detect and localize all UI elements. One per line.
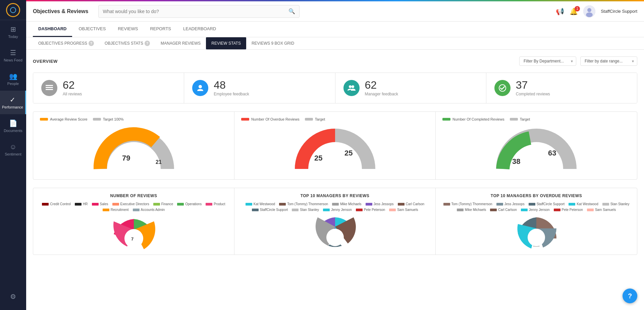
top10-reviews-legend: Kat Westwood Tom (Tommy) Thommerson Mike… — [241, 202, 429, 212]
charts-row: Average Review Score Target 100% — [33, 112, 637, 180]
help-float-button[interactable]: ? — [623, 289, 637, 303]
page-title: Objectives & Reviews — [33, 8, 88, 14]
chart-overdue-reviews: Number Of Overdue Reviews Target 25 — [234, 112, 436, 179]
svg-text:79: 79 — [122, 154, 130, 162]
panel-top10-reviews-title: TOP 10 MANAGERS BY REVIEWS — [241, 193, 429, 198]
legend-operations: Operations — [177, 202, 202, 206]
tab-reviews[interactable]: REVIEWS — [112, 21, 143, 37]
sidebar-item-sentiment[interactable]: ☺ Sentiment — [0, 138, 26, 161]
tab-reports[interactable]: REPORTS — [145, 21, 176, 37]
chart-legend-completed: Number Of Completed Reviews Target — [442, 117, 530, 121]
stat-completed-reviews: 37 Completed reviews — [486, 73, 637, 103]
legend-sales: Sales — [92, 202, 108, 206]
newsfeed-icon: ☰ — [10, 49, 16, 57]
sidebar-item-label: People — [7, 82, 19, 86]
manager-feedback-label: Manager feedback — [365, 92, 398, 96]
semichart-overdue: 25 25 — [295, 125, 375, 174]
documents-icon: 📄 — [9, 119, 17, 127]
panel-top10-reviews: TOP 10 MANAGERS BY REVIEWS Kat Westwood … — [234, 188, 436, 255]
sidebar-item-label: News Feed — [4, 58, 22, 62]
notification-badge: 1 — [575, 6, 580, 11]
date-filter[interactable]: Filter by date range... — [580, 56, 637, 66]
svg-point-19 — [528, 229, 545, 246]
legend-accounts-admin: Accounts Admin — [133, 208, 165, 212]
chart-legend-overdue: Number Of Overdue Reviews Target — [241, 117, 325, 121]
sidebar-item-newsfeed[interactable]: ☰ News Feed — [0, 44, 26, 67]
tab-manager-reviews[interactable]: MANAGER REVIEWS — [155, 37, 206, 49]
chart-avg-review-score: Average Review Score Target 100% — [33, 112, 234, 179]
tab-objectives[interactable]: OBJECTIVES — [73, 21, 111, 37]
svg-text:25: 25 — [344, 149, 353, 157]
tab-obj-progress[interactable]: OBJECTIVES PROGRESS ? — [33, 37, 99, 49]
pie-num-reviews: 7 — [40, 216, 227, 249]
completed-reviews-icon — [494, 80, 511, 96]
all-reviews-number: 62 — [63, 80, 82, 90]
sidebar-item-label: Sentiment — [5, 152, 21, 156]
panel-num-reviews: NUMBER OF REVIEWS Credit Control HR S — [33, 188, 234, 255]
panel-top10-overdue: TOP 10 MANAGERS BY OVERDUE REVIEWS Tom (… — [436, 188, 637, 255]
legend-exec-dir: Executive Directors — [112, 202, 149, 206]
completed-reviews-number: 37 — [516, 80, 550, 90]
employee-feedback-label: Employee feedback — [214, 92, 249, 96]
sidebar-item-label: Today — [8, 35, 18, 39]
bottom-charts: NUMBER OF REVIEWS Credit Control HR S — [33, 188, 637, 255]
overview-section: OVERVIEW Filter By Department... Filter … — [26, 50, 644, 262]
notification-bell-icon[interactable]: 🔔 1 — [570, 7, 578, 15]
sidebar-item-documents[interactable]: 📄 Documents — [0, 114, 26, 138]
logo-inner — [10, 7, 16, 13]
search-box[interactable]: 🔍 — [98, 5, 300, 18]
dept-filter[interactable]: Filter By Department... — [519, 56, 576, 66]
svg-text:7: 7 — [131, 236, 133, 241]
announcement-icon[interactable]: 📢 — [556, 7, 564, 15]
search-input[interactable] — [103, 9, 288, 14]
tab-leaderboard[interactable]: LEADERBOARD — [178, 21, 221, 37]
pie-top10-overdue — [442, 216, 630, 249]
sidebar-item-today[interactable]: ⊞ Today — [0, 20, 26, 44]
legend-dot-gray — [93, 118, 101, 121]
top10-overdue-legend: Tom (Tommy) Thommerson Jess Jessops Staf… — [442, 202, 630, 212]
svg-point-7 — [349, 85, 352, 88]
svg-point-6 — [199, 85, 202, 88]
sidebar-item-performance[interactable]: ✓ Performance — [0, 91, 26, 114]
chart-completed-reviews: Number Of Completed Reviews Target 38 — [436, 112, 637, 179]
svg-text:63: 63 — [548, 149, 556, 157]
tab-review-stats[interactable]: REVIEW STATS — [206, 37, 246, 49]
primary-tabs: DASHBOARD OBJECTIVES REVIEWS REPORTS LEA… — [26, 21, 644, 37]
settings-button[interactable]: ⚙ — [0, 286, 26, 307]
legend-target-overdue: Target — [305, 117, 325, 121]
tab-dashboard[interactable]: DASHBOARD — [33, 21, 72, 37]
chart-legend-avg: Average Review Score Target 100% — [40, 117, 123, 121]
legend-dot-green — [442, 118, 450, 121]
all-reviews-label: All reviews — [63, 92, 82, 96]
sentiment-icon: ☺ — [10, 143, 16, 151]
svg-point-18 — [326, 229, 344, 246]
svg-rect-3 — [46, 85, 53, 86]
legend-completed: Number Of Completed Reviews — [442, 117, 504, 121]
employee-feedback-number: 48 — [214, 80, 249, 90]
legend-hr: HR — [75, 202, 88, 206]
sidebar-item-people[interactable]: 👥 People — [0, 67, 26, 91]
legend-avg-score: Average Review Score — [40, 117, 88, 121]
app-logo[interactable] — [0, 0, 26, 20]
legend-target-completed: Target — [510, 117, 530, 121]
tab-obj-stats[interactable]: OBJECTIVES STATS ? — [99, 37, 155, 49]
overview-header: OVERVIEW Filter By Department... Filter … — [33, 56, 637, 66]
completed-reviews-label: Completed reviews — [516, 92, 550, 96]
logo-circle — [6, 3, 20, 17]
svg-rect-4 — [46, 87, 53, 88]
svg-point-16 — [124, 229, 143, 248]
content-area: DASHBOARD OBJECTIVES REVIEWS REPORTS LEA… — [26, 21, 644, 310]
semichart-avg: 79 21 — [94, 125, 174, 174]
user-name: StaffCircle Support — [601, 9, 637, 14]
secondary-tabs: OBJECTIVES PROGRESS ? OBJECTIVES STATS ?… — [26, 37, 644, 50]
help-icon-obj-stats[interactable]: ? — [145, 41, 150, 46]
topbar: Objectives & Reviews 🔍 📢 🔔 1 StaffCircle… — [26, 1, 644, 21]
legend-product: Product — [206, 202, 225, 206]
today-icon: ⊞ — [10, 25, 16, 33]
avatar-svg — [583, 5, 595, 17]
filter-controls: Filter By Department... Filter by date r… — [519, 56, 637, 66]
tab-reviews-9box[interactable]: REVIEWS 9 BOX GRID — [246, 37, 300, 49]
sidebar-item-label: Documents — [4, 129, 22, 133]
help-icon-obj-progress[interactable]: ? — [89, 41, 94, 46]
svg-point-8 — [352, 85, 354, 88]
